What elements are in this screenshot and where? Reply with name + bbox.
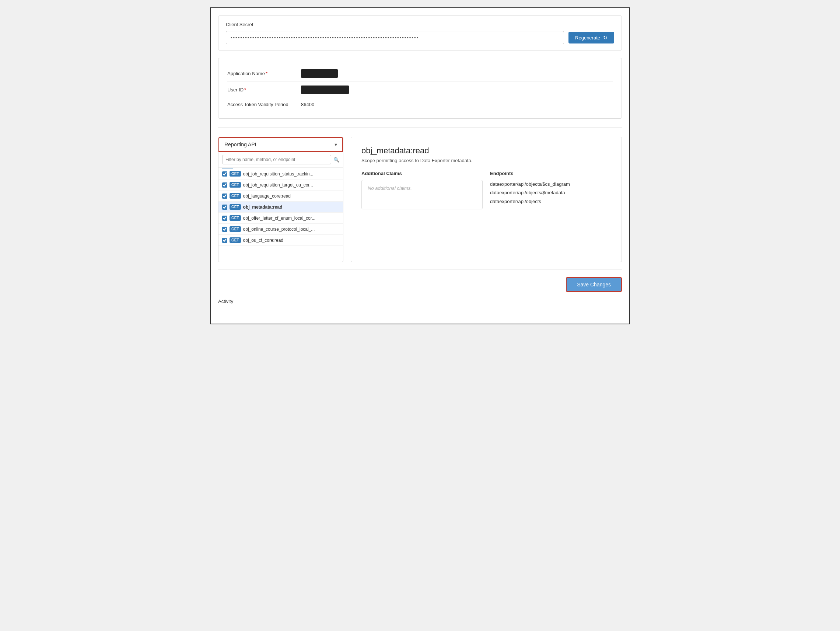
access-token-label: Access Token Validity Period — [227, 102, 301, 107]
user-id-value — [301, 85, 349, 94]
scope-checkbox[interactable] — [222, 227, 227, 232]
list-item[interactable]: GETobj_offer_letter_cf_enum_local_cor... — [218, 213, 343, 224]
method-badge: GET — [229, 193, 241, 199]
application-name-value — [301, 69, 338, 78]
method-badge: GET — [229, 215, 241, 221]
list-item[interactable]: GETobj_job_requisition_target_ou_cor... — [218, 179, 343, 191]
regenerate-button[interactable]: Regenerate ↻ — [568, 32, 614, 43]
list-item[interactable]: GETobj_metadata:read — [218, 202, 343, 213]
scopes-container: Reporting API ▾ 🔍 GETobj_job_requisition… — [218, 137, 622, 262]
bottom-bar: Save Changes — [218, 269, 622, 292]
scope-list: GETobj_job_requisition_status_trackin...… — [218, 168, 343, 246]
save-changes-label: Save Changes — [577, 281, 611, 288]
user-id-label: User ID* — [227, 87, 301, 93]
scope-name: obj_online_course_protocol_local_... — [243, 227, 315, 232]
endpoints-list: dataexporter/api/objects/$cs_diagramdata… — [490, 180, 611, 206]
client-secret-section: Client Secret ••••••••••••••••••••••••••… — [218, 16, 622, 51]
left-panel: Reporting API ▾ 🔍 GETobj_job_requisition… — [218, 137, 343, 262]
client-secret-label: Client Secret — [226, 22, 614, 27]
scope-title: obj_metadata:read — [362, 146, 611, 155]
app-info-section: Application Name* User ID* Access Token … — [218, 58, 622, 119]
scope-checkbox[interactable] — [222, 182, 227, 188]
method-badge: GET — [229, 237, 241, 243]
user-id-redacted — [301, 85, 349, 94]
method-badge: GET — [229, 226, 241, 232]
filter-input[interactable] — [222, 155, 331, 164]
endpoints-col: Endpoints dataexporter/api/objects/$cs_d… — [490, 171, 611, 209]
scope-name: obj_metadata:read — [243, 204, 283, 210]
scope-name: obj_language_core:read — [243, 193, 291, 199]
section-divider — [218, 128, 622, 128]
endpoint-item: dataexporter/api/objects/$metadata — [490, 188, 611, 197]
application-name-row: Application Name* — [227, 66, 613, 82]
scope-name: obj_ou_cf_core:read — [243, 238, 283, 243]
no-claims-text: No additional claims. — [368, 185, 412, 191]
no-claims-box: No additional claims. — [362, 180, 483, 209]
additional-claims-header: Additional Claims — [362, 171, 483, 176]
page-container: Client Secret ••••••••••••••••••••••••••… — [210, 7, 630, 324]
claims-endpoints-row: Additional Claims No additional claims. … — [362, 171, 611, 209]
scope-description: Scope permitting access to Data Exporter… — [362, 158, 611, 163]
filter-row: 🔍 — [218, 152, 343, 168]
refresh-icon: ↻ — [603, 35, 608, 41]
scope-name: obj_offer_letter_cf_enum_local_cor... — [243, 216, 316, 221]
method-badge: GET — [229, 182, 241, 188]
list-item[interactable]: GETobj_language_core:read — [218, 191, 343, 202]
scope-checkbox[interactable] — [222, 238, 227, 243]
right-panel: obj_metadata:read Scope permitting acces… — [351, 137, 622, 262]
client-secret-row: ••••••••••••••••••••••••••••••••••••••••… — [226, 31, 614, 44]
claims-col: Additional Claims No additional claims. — [362, 171, 483, 209]
scope-checkbox[interactable] — [222, 193, 227, 199]
scope-checkbox[interactable] — [222, 204, 227, 210]
access-token-row: Access Token Validity Period 86400 — [227, 98, 613, 111]
scope-name: obj_job_requisition_status_trackin... — [243, 171, 314, 177]
endpoint-item: dataexporter/api/objects/$cs_diagram — [490, 180, 611, 188]
method-badge: GET — [229, 171, 241, 177]
list-item[interactable]: GETobj_online_course_protocol_local_... — [218, 224, 343, 235]
search-icon: 🔍 — [333, 157, 339, 163]
dropdown-arrow-icon: ▾ — [335, 142, 337, 147]
endpoints-header: Endpoints — [490, 171, 611, 176]
scope-name: obj_job_requisition_target_ou_cor... — [243, 182, 313, 188]
regenerate-label: Regenerate — [575, 35, 600, 41]
application-name-label: Application Name* — [227, 71, 301, 76]
scope-checkbox[interactable] — [222, 171, 227, 177]
user-id-row: User ID* — [227, 82, 613, 98]
application-name-redacted — [301, 69, 338, 78]
save-changes-button[interactable]: Save Changes — [566, 277, 622, 292]
list-item[interactable]: GETobj_ou_cf_core:read — [218, 235, 343, 246]
scope-checkbox[interactable] — [222, 216, 227, 221]
endpoint-item: dataexporter/api/objects — [490, 197, 611, 206]
api-selector[interactable]: Reporting API ▾ — [218, 137, 343, 152]
access-token-value: 86400 — [301, 102, 314, 107]
client-secret-value: ••••••••••••••••••••••••••••••••••••••••… — [226, 31, 564, 44]
api-selector-label: Reporting API — [224, 142, 256, 147]
method-badge: GET — [229, 204, 241, 210]
list-item[interactable]: GETobj_job_requisition_status_trackin... — [218, 168, 343, 179]
activity-label: Activity — [218, 296, 622, 304]
